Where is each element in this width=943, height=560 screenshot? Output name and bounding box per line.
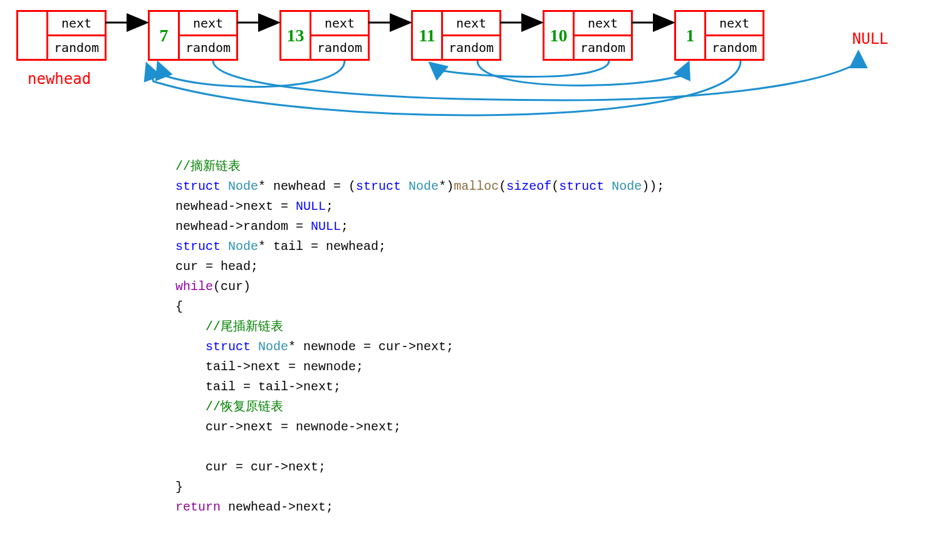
node-next-label: next (180, 12, 236, 36)
code-line: { (175, 297, 664, 317)
node-random-label: random (180, 36, 236, 59)
node-value: 10 (544, 12, 575, 59)
code-line: struct Node* newnode = cur->next; (175, 337, 664, 357)
code-line: struct Node* tail = newhead; (175, 237, 664, 257)
node-3: 11 next random (411, 10, 501, 61)
node-next-label: next (48, 12, 105, 36)
code-line: cur->next = newnode->next; (175, 417, 664, 437)
node-next-label: next (706, 12, 763, 36)
code-line (175, 437, 664, 457)
code-line: //摘新链表 (175, 157, 664, 177)
code-line: return newhead->next; (175, 497, 664, 517)
null-label: NULL (852, 30, 888, 48)
node-next-label: next (311, 12, 368, 36)
node-random-label: random (706, 36, 763, 59)
code-line: } (175, 477, 664, 497)
node-random-label: random (443, 36, 499, 59)
code-line: tail->next = newnode; (175, 357, 664, 377)
node-2: 13 next random (279, 10, 370, 61)
node-value (18, 12, 48, 59)
node-random-label: random (311, 36, 368, 59)
code-line: newhead->random = NULL; (175, 217, 664, 237)
code-line: //恢复原链表 (175, 397, 664, 417)
code-line: while(cur) (175, 277, 664, 297)
node-next-label: next (443, 12, 499, 36)
node-random-label: random (575, 36, 631, 59)
node-1: 7 next random (148, 10, 238, 61)
node-value: 7 (150, 12, 180, 59)
code-block: //摘新链表struct Node* newhead = (struct Nod… (175, 157, 664, 517)
node-next-label: next (575, 12, 631, 36)
code-line: struct Node* newhead = (struct Node*)mal… (175, 177, 664, 197)
node-value: 11 (413, 12, 443, 59)
code-line: //尾插新链表 (175, 317, 664, 337)
node-value: 1 (676, 12, 706, 59)
code-line: cur = cur->next; (175, 457, 664, 477)
code-line: tail = tail->next; (175, 377, 664, 397)
code-line: newhead->next = NULL; (175, 197, 664, 217)
newhead-label: newhead (28, 70, 91, 88)
code-line: cur = head; (175, 257, 664, 277)
node-newhead: next random (16, 10, 107, 61)
node-random-label: random (48, 36, 105, 59)
node-value: 13 (281, 12, 311, 59)
node-5: 1 next random (674, 10, 764, 61)
node-4: 10 next random (543, 10, 633, 61)
linked-list-diagram: next random 7 next random 13 next random… (0, 0, 943, 144)
